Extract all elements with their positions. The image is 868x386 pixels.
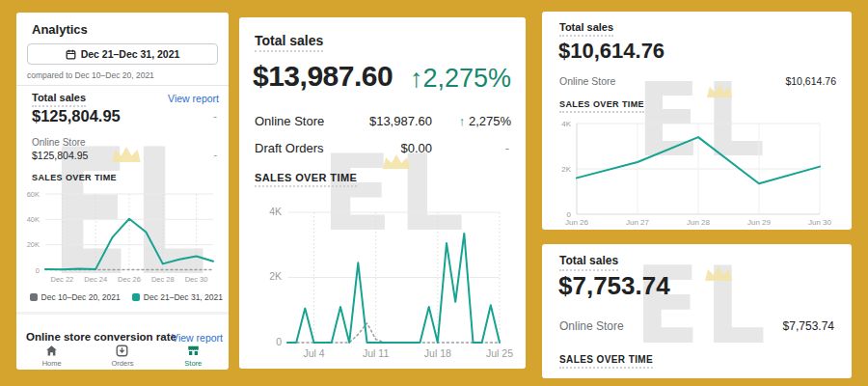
svg-text:60K: 60K — [27, 190, 40, 199]
nav-label: Store — [184, 359, 202, 368]
sales-over-time-heading: SALES OVER TIME — [32, 173, 117, 182]
channel-row-value: $13,987.60 — [239, 114, 432, 128]
home-icon — [45, 345, 58, 357]
crown-icon — [111, 146, 142, 163]
nav-label: Orders — [112, 359, 134, 368]
conversion-rate-label[interactable]: Online store conversion rate — [26, 331, 176, 343]
online-store-value: $7,753.74 — [783, 319, 834, 333]
svg-text:4K: 4K — [269, 206, 282, 217]
svg-text:Dec 22: Dec 22 — [51, 275, 74, 284]
sales-over-time-chart: 02K4KJun 26Jun 27Jun 28Jun 29Jun 30 — [550, 112, 847, 228]
nav-item-home[interactable]: Home — [23, 345, 81, 368]
channel-row-delta: - — [505, 141, 509, 155]
svg-text:Jul 4: Jul 4 — [303, 347, 324, 359]
delta-value: 2,275% — [469, 114, 511, 128]
total-sales-panel-bottom-right: EL Total sales $7,753.74 Online Store $7… — [542, 244, 852, 378]
svg-text:Jun 26: Jun 26 — [565, 218, 589, 227]
svg-text:Jun 28: Jun 28 — [687, 218, 711, 227]
total-sales-panel-top-right: EL Total sales $10,614.76 Online Store $… — [542, 12, 852, 230]
page-title: Analytics — [32, 22, 88, 37]
total-sales-label[interactable]: Total sales — [559, 21, 613, 37]
orders-icon — [116, 345, 128, 357]
date-range-button[interactable]: Dec 21–Dec 31, 2021 — [27, 43, 218, 65]
view-report-link[interactable]: View report — [168, 93, 219, 104]
bottom-nav: Home Orders Store — [16, 345, 229, 368]
sales-over-time-heading: SALES OVER TIME — [559, 99, 644, 113]
svg-text:Dec 30: Dec 30 — [185, 275, 208, 284]
channel-row-value: $0.00 — [239, 141, 432, 155]
total-sales-value: $13,987.60 — [253, 60, 393, 93]
svg-text:40K: 40K — [27, 215, 40, 224]
svg-text:Jun 30: Jun 30 — [808, 218, 832, 227]
sales-over-time-heading: SALES OVER TIME — [255, 172, 357, 187]
screenshot-collage: EL Analytics Dec 21–Dec 31, 2021 compare… — [0, 0, 868, 386]
legend-swatch-gray — [30, 293, 38, 301]
total-sales-label[interactable]: Total sales — [255, 33, 323, 52]
legend-label: Dec 10–Dec 20, 2021 — [41, 292, 121, 302]
total-sales-value: $10,614.76 — [558, 39, 665, 64]
legend-item-current: Dec 21–Dec 31, 2021 — [132, 292, 223, 302]
svg-text:2K: 2K — [269, 270, 282, 282]
nav-item-orders[interactable]: Orders — [94, 345, 151, 368]
sales-over-time-chart: 020K40K60KDec 22Dec 24Dec 26Dec 28Dec 30 — [22, 184, 223, 289]
section-divider — [16, 312, 229, 315]
channel-row-delta: ↑ 2,275% — [459, 114, 511, 128]
nav-label: Home — [42, 359, 62, 368]
online-store-value: $125,804.95 — [32, 150, 88, 161]
legend-label: Dec 21–Dec 31, 2021 — [144, 292, 223, 302]
online-store-value: $10,614.76 — [785, 75, 836, 87]
svg-text:Dec 24: Dec 24 — [84, 275, 107, 284]
chart-legend: Dec 10–Dec 20, 2021 Dec 21–Dec 31, 2021 — [30, 292, 223, 302]
online-store-delta: - — [214, 150, 217, 160]
total-sales-panel-middle: EL Total sales $13,987.60 ↑2,275% Online… — [239, 17, 526, 369]
crown-icon — [706, 83, 733, 98]
total-sales-value: $125,804.95 — [32, 107, 121, 125]
online-store-label: Online Store — [559, 75, 615, 87]
svg-text:20K: 20K — [27, 240, 40, 249]
svg-text:Jul 18: Jul 18 — [424, 347, 451, 359]
online-store-label: Online Store — [32, 137, 86, 148]
total-sales-delta: ↑2,275% — [410, 64, 511, 94]
total-sales-label[interactable]: Total sales — [32, 92, 86, 107]
nav-item-store[interactable]: Store — [164, 345, 222, 368]
svg-text:Dec 26: Dec 26 — [118, 275, 141, 284]
svg-text:Dec 28: Dec 28 — [151, 275, 175, 284]
svg-text:0: 0 — [36, 266, 40, 275]
view-report-link-2[interactable]: View report — [172, 332, 223, 344]
crown-icon — [704, 265, 733, 282]
svg-text:Jul 25: Jul 25 — [486, 347, 513, 359]
total-sales-value: $7,753.74 — [558, 271, 670, 301]
watermark-el: EL — [635, 253, 772, 359]
analytics-panel: EL Analytics Dec 21–Dec 31, 2021 compare… — [16, 13, 229, 370]
svg-text:Jun 29: Jun 29 — [747, 218, 772, 227]
store-icon — [187, 345, 200, 357]
date-range-label: Dec 21–Dec 31, 2021 — [81, 48, 180, 60]
svg-text:Jul 11: Jul 11 — [363, 347, 389, 359]
online-store-label: Online Store — [559, 319, 624, 333]
sales-over-time-chart: 02K4KJul 4Jul 11Jul 18Jul 25 — [247, 191, 521, 365]
calendar-icon — [66, 49, 76, 60]
sales-over-time-heading: SALES OVER TIME — [559, 354, 653, 369]
total-sales-delta: - — [213, 110, 217, 122]
crown-icon — [382, 153, 411, 170]
divider — [16, 85, 229, 86]
total-sales-label[interactable]: Total sales — [559, 254, 618, 271]
legend-item-previous: Dec 10–Dec 20, 2021 — [30, 292, 121, 302]
svg-text:2K: 2K — [561, 165, 571, 174]
svg-text:0: 0 — [276, 336, 282, 347]
compared-to-text: compared to Dec 10–Dec 20, 2021 — [27, 70, 154, 80]
legend-swatch-teal — [132, 293, 140, 301]
svg-text:Jun 27: Jun 27 — [626, 218, 650, 227]
svg-text:4K: 4K — [561, 120, 571, 128]
up-arrow-icon: ↑ — [459, 114, 466, 128]
